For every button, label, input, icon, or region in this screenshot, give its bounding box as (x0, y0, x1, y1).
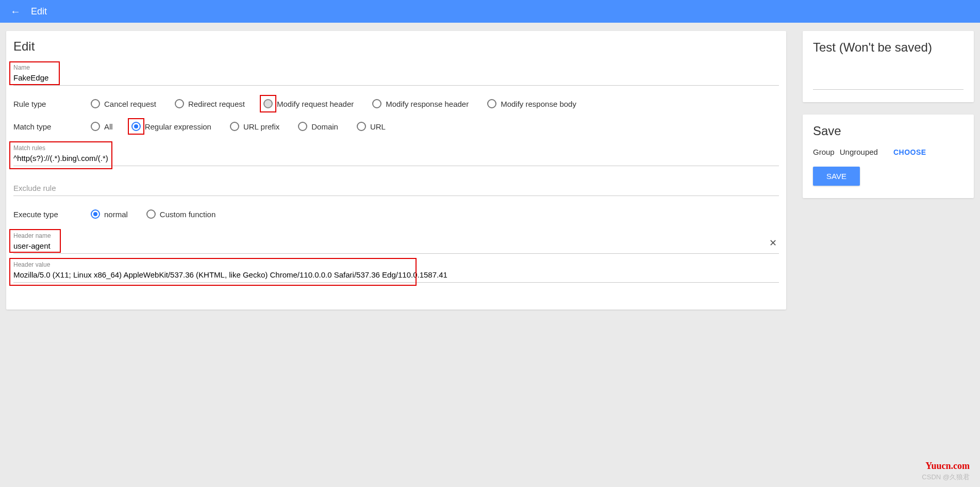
radio-domain[interactable]: Domain (298, 122, 338, 131)
save-card: Save Group Ungrouped CHOOSE SAVE (803, 115, 974, 198)
choose-button[interactable]: CHOOSE (893, 148, 926, 156)
back-arrow-icon[interactable]: ← (10, 6, 21, 18)
radio-url[interactable]: URL (357, 122, 386, 131)
name-label: Name (13, 64, 779, 71)
group-label: Group (813, 148, 835, 156)
clear-icon[interactable]: ✕ (769, 237, 777, 249)
radio-modify-response-header[interactable]: Modify response header (372, 99, 469, 108)
match-rules-label: Match rules (13, 144, 779, 152)
radio-cancel-request[interactable]: Cancel request (91, 99, 156, 108)
execute-type-label: Execute type (13, 210, 80, 219)
topbar-title: Edit (31, 6, 47, 17)
save-heading: Save (813, 124, 964, 138)
save-button[interactable]: SAVE (813, 167, 860, 186)
exclude-rule-input[interactable] (13, 182, 779, 196)
radio-url-prefix[interactable]: URL prefix (230, 122, 279, 131)
match-rules-input[interactable] (13, 152, 779, 166)
radio-modify-response-body[interactable]: Modify response body (487, 99, 576, 108)
edit-heading: Edit (13, 39, 779, 54)
rule-type-label: Rule type (13, 100, 80, 108)
radio-custom-function[interactable]: Custom function (146, 209, 215, 219)
edit-card: Edit Name Rule type Cancel request Redir… (6, 31, 786, 310)
radio-all[interactable]: All (91, 122, 113, 131)
radio-regular-expression[interactable]: Regular expression (131, 122, 211, 131)
header-value-label: Header value (13, 261, 779, 268)
radio-redirect-request[interactable]: Redirect request (175, 99, 245, 108)
test-heading: Test (Won't be saved) (813, 40, 964, 55)
header-name-label: Header name (13, 232, 779, 239)
header-name-input[interactable] (13, 239, 779, 254)
match-type-label: Match type (13, 122, 80, 131)
radio-modify-request-header[interactable]: Modify request header (263, 99, 354, 108)
header-value-input[interactable] (13, 268, 779, 283)
topbar: ← Edit (0, 0, 980, 23)
test-input[interactable] (813, 75, 964, 90)
radio-normal[interactable]: normal (91, 209, 128, 219)
name-input[interactable] (13, 71, 779, 86)
test-card: Test (Won't be saved) (803, 31, 974, 102)
group-value: Ungrouped (840, 148, 878, 156)
